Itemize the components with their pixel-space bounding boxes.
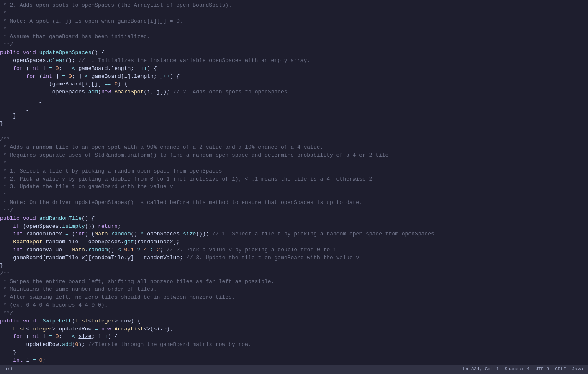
code-line: /** bbox=[0, 270, 588, 278]
code-line: * After swiping left, no zero tiles shou… bbox=[0, 294, 588, 302]
code-line: * Swipes the entire board left, shifting… bbox=[0, 278, 588, 286]
code-line: **/ bbox=[0, 41, 588, 49]
code-line: int i = 0; bbox=[0, 357, 588, 365]
status-item-spaces: Spaces: 4 bbox=[505, 366, 529, 373]
status-item-language: Java bbox=[572, 366, 583, 373]
code-line: * Requires separate uses of StdRandom.un… bbox=[0, 152, 588, 160]
code-line: openSpaces.clear(); // 1. Initializes th… bbox=[0, 57, 588, 65]
code-line: } bbox=[0, 112, 588, 120]
code-line: openSpaces.add(new BoardSpot(i, j)); // … bbox=[0, 88, 588, 96]
code-line: **/ bbox=[0, 207, 588, 215]
status-item-position: Ln 334, Col 1 bbox=[463, 366, 499, 373]
status-item-line-endings: CRLF bbox=[555, 366, 566, 373]
code-line: * Adds a random tile to an open spot wit… bbox=[0, 144, 588, 152]
code-line: if (gameBoard[i][j] == 0) { bbox=[0, 80, 588, 88]
code-line: * Assume that gameBoard has been initial… bbox=[0, 33, 588, 41]
code-line: for (int i = 0; i < gameBoard.length; i+… bbox=[0, 65, 588, 73]
code-line: if (openSpaces.isEmpty()) return; bbox=[0, 223, 588, 231]
code-line: public void updateOpenSpaces() { bbox=[0, 49, 588, 57]
code-line: } bbox=[0, 104, 588, 112]
code-line: } bbox=[0, 120, 588, 128]
code-line: int randomValue = Math.random() < 0.1 ? … bbox=[0, 246, 588, 254]
code-line: } bbox=[0, 96, 588, 104]
code-editor: * 2. Adds open spots to openSpaces (the … bbox=[0, 0, 588, 374]
code-line: * Note: On the driver updateOpenStapes()… bbox=[0, 199, 588, 207]
status-item-type: int bbox=[5, 366, 13, 373]
code-line: * bbox=[0, 26, 588, 34]
code-line: gameBoard[randomTile.x][randomTile.y] = … bbox=[0, 254, 588, 262]
code-line: int randomIndex = (int) (Math.random() *… bbox=[0, 230, 588, 238]
code-line: List<Integer> updatedRow = new ArrayList… bbox=[0, 325, 588, 333]
code-line: } bbox=[0, 262, 588, 270]
status-bar: int Ln 334, Col 1 Spaces: 4 UTF-8 CRLF J… bbox=[0, 365, 588, 374]
code-line: for (int j = 0; j < gameBoard[i].length;… bbox=[0, 73, 588, 81]
code-line: * 1. Select a tile t by picking a random… bbox=[0, 168, 588, 175]
code-line: BoardSpot randomTile = openSpaces.get(ra… bbox=[0, 238, 588, 246]
status-bar-left: int bbox=[5, 366, 463, 373]
code-line: * 2. Pick a value v by picking a double … bbox=[0, 175, 588, 183]
code-line: * Note: A spot (i, j) is open when gameB… bbox=[0, 18, 588, 26]
code-line: updatedRow.add(0); //Iterate through the… bbox=[0, 341, 588, 349]
status-bar-right: Ln 334, Col 1 Spaces: 4 UTF-8 CRLF Java bbox=[463, 366, 583, 373]
code-line: public void addRandomTile() { bbox=[0, 215, 588, 223]
code-line: * bbox=[0, 160, 588, 168]
code-line: * 2. Adds open spots to openSpaces (the … bbox=[0, 2, 588, 10]
code-line: /** bbox=[0, 136, 588, 144]
code-line: } bbox=[0, 349, 588, 357]
code-line: * (ex: 0 4 0 4 becomes 4 4 0 0). bbox=[0, 302, 588, 310]
code-line: public void SwipeLeft(List<Integer> row)… bbox=[0, 317, 588, 325]
status-item-encoding: UTF-8 bbox=[535, 366, 549, 373]
code-line: for (int i = 0; i < size; i++) { bbox=[0, 333, 588, 341]
code-line bbox=[0, 128, 588, 136]
code-line: **/ bbox=[0, 310, 588, 317]
code-line: * 3. Update the tile t on gameBoard with… bbox=[0, 183, 588, 191]
code-line: * Maintains the same number and order of… bbox=[0, 286, 588, 294]
code-line: * bbox=[0, 191, 588, 199]
code-line: * bbox=[0, 10, 588, 18]
